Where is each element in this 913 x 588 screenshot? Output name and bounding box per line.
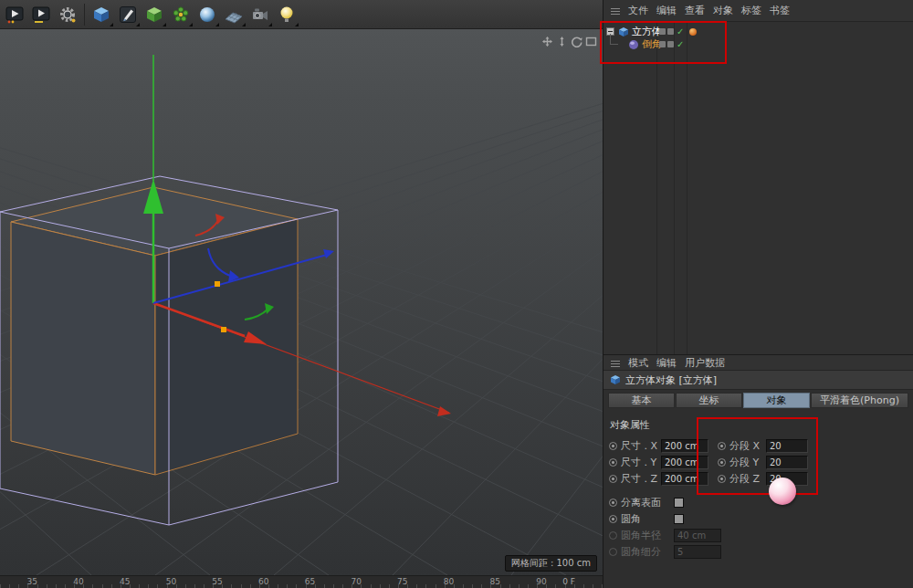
keyframe-circle-icon[interactable] xyxy=(609,458,617,467)
size-y-row: 尺寸 . Y 200 cm 分段 Y 20 xyxy=(609,454,908,470)
object-name[interactable]: 立方体 xyxy=(632,26,662,38)
ruler-number: 75 xyxy=(380,576,426,588)
enable-checkmark[interactable]: ✓ xyxy=(677,38,684,51)
panel-grip-icon[interactable] xyxy=(611,359,620,367)
bevel-deformer-icon xyxy=(628,39,639,50)
keyframe-circle-icon[interactable] xyxy=(718,442,726,450)
size-z-input[interactable]: 200 cm xyxy=(661,472,708,486)
editor-visibility-dot[interactable] xyxy=(659,41,666,47)
object-tree[interactable]: 立方体 ✓ 倒角 ✓ xyxy=(603,22,913,354)
pen-spline-icon[interactable] xyxy=(115,2,141,27)
om-menu-file[interactable]: 文件 xyxy=(628,4,648,17)
array-generator-icon[interactable] xyxy=(168,2,194,27)
render-view-icon[interactable] xyxy=(2,2,27,27)
segments-x-input[interactable]: 20 xyxy=(766,439,808,453)
field-label: 分离表面 xyxy=(621,496,674,509)
fillet-row: 圆角 xyxy=(609,510,908,527)
toggle-layout-icon[interactable] xyxy=(585,34,597,46)
cube-object-icon xyxy=(618,26,629,37)
pan-icon[interactable] xyxy=(541,34,553,46)
fillet-subdivision-row: 圆角细分 5 xyxy=(609,543,908,560)
add-cube-icon[interactable] xyxy=(89,2,114,27)
cinema4d-window: 网格间距 : 100 cm 35 40 45 50 55 60 65 70 75… xyxy=(0,0,913,588)
ruler-number: 55 xyxy=(194,576,241,588)
am-menu-userdata[interactable]: 用户数据 xyxy=(685,356,725,370)
keyframe-circle-icon xyxy=(609,531,617,540)
environment-icon[interactable] xyxy=(194,2,220,27)
keyframe-circle-icon[interactable] xyxy=(609,499,617,507)
tree-branch-line xyxy=(610,34,618,45)
main-toolbar xyxy=(0,0,603,29)
size-y-input[interactable]: 200 cm xyxy=(661,456,708,469)
tag-icon[interactable] xyxy=(689,28,697,36)
render-visibility-dot[interactable] xyxy=(667,28,674,35)
attribute-tabs: 基本 坐标 对象 平滑着色(Phong) xyxy=(603,390,913,412)
fillet-radius-input: 40 cm xyxy=(674,529,721,542)
floor-icon[interactable] xyxy=(221,2,247,27)
editor-visibility-dot[interactable] xyxy=(659,28,666,35)
viewport: 网格间距 : 100 cm xyxy=(0,29,603,575)
object-properties-panel: 对象属性 尺寸 . X 200 cm 分段 X 20 尺寸 . Y 200 cm… xyxy=(603,412,913,588)
viewport-nav xyxy=(541,34,597,46)
ruler-number: 60 xyxy=(240,576,287,588)
keyframe-circle-icon[interactable] xyxy=(609,515,617,523)
fillet-subdivision-input: 5 xyxy=(674,545,721,559)
subdivision-surface-icon[interactable] xyxy=(142,2,167,27)
ruler-number: 70 xyxy=(333,576,380,588)
keyframe-circle-icon[interactable] xyxy=(609,442,617,450)
viewport-canvas[interactable] xyxy=(0,29,603,575)
attribute-title: 立方体对象 [立方体] xyxy=(625,373,717,387)
toolbar-separator xyxy=(84,4,85,26)
timeline-ruler[interactable]: 35 40 45 50 55 60 65 70 75 80 85 90 0 F xyxy=(0,575,603,588)
zoom-icon[interactable] xyxy=(556,34,568,46)
size-x-row: 尺寸 . X 200 cm 分段 X 20 xyxy=(609,437,908,454)
segments-y-input[interactable]: 20 xyxy=(766,456,808,469)
om-menu-object[interactable]: 对象 xyxy=(713,4,733,17)
om-menu-tag[interactable]: 标签 xyxy=(741,4,761,17)
object-row-bevel[interactable]: 倒角 ✓ xyxy=(603,38,913,51)
panel-grip-icon[interactable] xyxy=(611,6,620,15)
fillet-checkbox[interactable] xyxy=(674,514,684,524)
om-menu-bookmark[interactable]: 书签 xyxy=(770,4,790,17)
scale-handle xyxy=(221,327,226,332)
light-icon[interactable] xyxy=(274,2,299,27)
tab-basic[interactable]: 基本 xyxy=(608,393,675,408)
enable-checkmark[interactable]: ✓ xyxy=(677,26,684,38)
rotate-icon[interactable] xyxy=(571,34,582,46)
am-menu-mode[interactable]: 模式 xyxy=(628,356,648,370)
tab-object[interactable]: 对象 xyxy=(743,393,810,408)
om-menu-edit[interactable]: 编辑 xyxy=(656,4,677,17)
field-label: 分段 Y xyxy=(729,456,766,469)
edit-render-settings-icon[interactable] xyxy=(55,2,80,27)
size-x-input[interactable]: 200 cm xyxy=(661,439,708,453)
pink-sphere-annotation xyxy=(769,478,796,505)
object-manager-menubar: 文件 编辑 查看 对象 标签 书签 xyxy=(603,0,913,22)
ruler-number: 80 xyxy=(425,576,472,588)
render-picture-viewer-icon[interactable] xyxy=(28,2,54,27)
keyframe-circle-icon[interactable] xyxy=(609,475,617,483)
keyframe-circle-icon[interactable] xyxy=(718,458,726,467)
am-menu-edit[interactable]: 编辑 xyxy=(656,356,677,370)
column-divider xyxy=(687,22,687,354)
ruler-number: 35 xyxy=(9,576,56,588)
keyframe-circle-icon[interactable] xyxy=(718,475,726,483)
grid-spacing-label: 网格间距 : 100 cm xyxy=(505,555,597,572)
om-menu-view[interactable]: 查看 xyxy=(685,4,705,17)
attribute-manager-menubar: 模式 编辑 用户数据 xyxy=(603,354,913,371)
tab-coordinates[interactable]: 坐标 xyxy=(676,393,742,408)
size-z-row: 尺寸 . Z 200 cm 分段 Z 20 xyxy=(609,470,908,487)
frame-indicator: 0 F xyxy=(562,576,575,588)
column-divider xyxy=(674,22,675,354)
ruler-number: 45 xyxy=(101,576,148,588)
left-column: 网格间距 : 100 cm 35 40 45 50 55 60 65 70 75… xyxy=(0,0,603,588)
object-row-cube[interactable]: 立方体 ✓ xyxy=(603,26,913,38)
ruler-number: 90 xyxy=(519,576,565,588)
ruler-number: 65 xyxy=(287,576,333,588)
tab-phong[interactable]: 平滑着色(Phong) xyxy=(811,393,908,408)
camera-icon[interactable] xyxy=(247,2,273,27)
attribute-title-bar: 立方体对象 [立方体] xyxy=(603,371,913,390)
separate-surfaces-checkbox[interactable] xyxy=(674,498,684,508)
render-visibility-dot[interactable] xyxy=(667,41,674,47)
ruler-number: 40 xyxy=(56,576,102,588)
ruler-number: 85 xyxy=(472,576,519,588)
